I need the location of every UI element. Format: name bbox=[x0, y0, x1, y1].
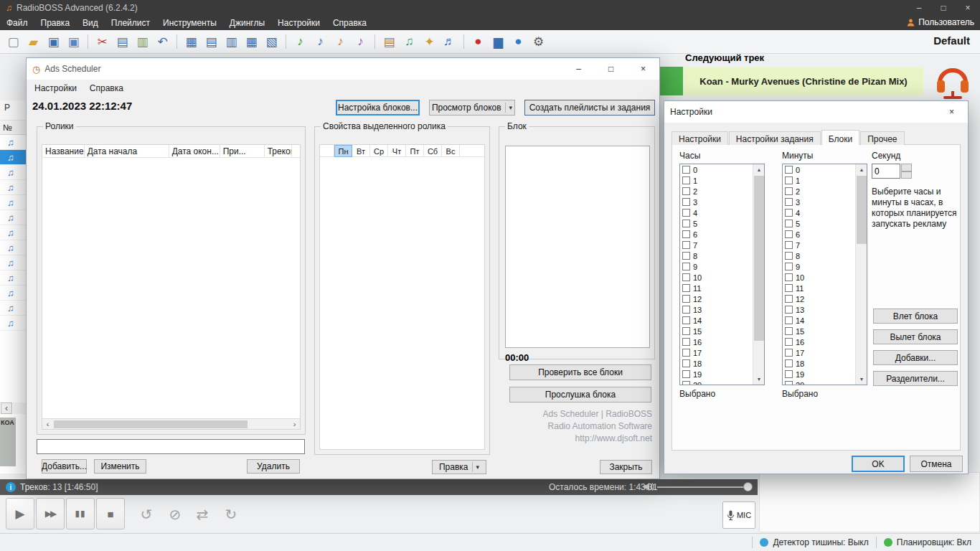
music-library-icon[interactable]: ♫ bbox=[400, 33, 418, 50]
minute-item[interactable]: 1 bbox=[783, 175, 854, 186]
minute-item[interactable]: 18 bbox=[783, 358, 854, 369]
block-contents-list[interactable] bbox=[505, 146, 650, 348]
shuffle-icon[interactable]: ⇄ bbox=[191, 504, 214, 525]
close-button[interactable]: × bbox=[956, 0, 980, 16]
ok-button[interactable]: OK bbox=[852, 456, 905, 472]
checkbox[interactable] bbox=[682, 252, 690, 260]
minimize-button[interactable]: – bbox=[907, 0, 931, 16]
checkbox[interactable] bbox=[785, 381, 793, 385]
checkbox[interactable] bbox=[785, 230, 793, 238]
ads-minimize-button[interactable]: – bbox=[562, 58, 595, 79]
edit-roller-button[interactable]: Изменить bbox=[94, 459, 146, 474]
ads-menu-item[interactable]: Справка bbox=[83, 80, 130, 96]
volume-slider-track[interactable] bbox=[657, 486, 749, 488]
close-dialog-button[interactable]: Закрыть bbox=[600, 460, 652, 474]
checkbox[interactable] bbox=[785, 295, 793, 303]
add-track-icon[interactable]: ♪ bbox=[291, 33, 309, 50]
hour-item[interactable]: 10 bbox=[680, 272, 752, 283]
minute-item[interactable]: 8 bbox=[783, 250, 854, 261]
checkbox[interactable] bbox=[785, 220, 793, 227]
hour-item[interactable]: 5 bbox=[680, 218, 752, 229]
view-columns-icon[interactable]: ▥ bbox=[222, 33, 240, 50]
minute-item[interactable]: 12 bbox=[783, 293, 854, 304]
checkbox[interactable] bbox=[785, 338, 793, 346]
minute-item[interactable]: 11 bbox=[783, 283, 854, 293]
roller-properties-grid[interactable]: ПнВтСрЧтПтСбВс bbox=[319, 144, 485, 450]
checkbox[interactable] bbox=[785, 241, 793, 249]
day-tab[interactable]: Сб bbox=[424, 145, 442, 157]
playlist-row[interactable]: ♫ bbox=[0, 210, 27, 225]
checkbox[interactable] bbox=[785, 187, 793, 195]
checkbox[interactable] bbox=[682, 295, 690, 303]
hours-listbox[interactable]: 0 1 2 bbox=[679, 164, 765, 385]
day-tab[interactable]: Вс bbox=[442, 145, 460, 157]
hour-item[interactable]: 17 bbox=[680, 347, 752, 358]
checkbox[interactable] bbox=[682, 273, 690, 281]
checkbox[interactable] bbox=[682, 241, 690, 249]
checkbox[interactable] bbox=[785, 306, 793, 314]
hour-item[interactable]: 14 bbox=[680, 315, 752, 326]
edit-menu-button[interactable]: Правка ▾ bbox=[432, 460, 486, 474]
view-list-icon[interactable]: ▤ bbox=[202, 33, 220, 50]
hour-item[interactable]: 2 bbox=[680, 186, 752, 197]
cast-icon[interactable]: ● bbox=[509, 33, 527, 50]
scroll-down-icon[interactable]: ▼ bbox=[856, 374, 867, 385]
hour-item[interactable]: 20 bbox=[680, 380, 752, 385]
checkbox[interactable] bbox=[682, 381, 690, 385]
record-icon[interactable]: ● bbox=[469, 33, 487, 50]
minute-item[interactable]: 2 bbox=[783, 186, 854, 197]
checkbox[interactable] bbox=[682, 198, 690, 206]
column-header[interactable]: При... bbox=[220, 145, 265, 157]
minute-item[interactable]: 0 bbox=[783, 164, 854, 175]
hour-item[interactable]: 16 bbox=[680, 336, 752, 347]
column-header[interactable]: Название bbox=[42, 145, 85, 157]
view-blocks-button[interactable]: Просмотр блоков ▾ bbox=[429, 100, 515, 116]
rollers-hscrollbar[interactable]: ‹ › bbox=[42, 418, 300, 429]
checkbox[interactable] bbox=[682, 176, 690, 184]
tab-settings[interactable]: Настройки bbox=[672, 131, 728, 145]
playlist-row[interactable]: ♫ bbox=[0, 270, 27, 286]
minute-item[interactable]: 20 bbox=[783, 380, 854, 385]
hour-item[interactable]: 19 bbox=[680, 369, 752, 380]
checkbox[interactable] bbox=[682, 306, 690, 314]
mic-button[interactable]: MIC bbox=[722, 501, 755, 529]
scrollbar-thumb[interactable] bbox=[754, 176, 764, 341]
maximize-button[interactable]: □ bbox=[931, 0, 956, 16]
checkbox[interactable] bbox=[785, 284, 793, 292]
minute-item[interactable]: 7 bbox=[783, 240, 854, 250]
spin-up-icon[interactable] bbox=[901, 164, 912, 171]
cut-icon[interactable]: ✂ bbox=[93, 33, 111, 50]
column-header[interactable]: Дата начала bbox=[85, 145, 169, 157]
checkbox[interactable] bbox=[785, 209, 793, 217]
save-playlist-icon[interactable]: ▣ bbox=[44, 33, 62, 50]
add-playlist-icon[interactable]: ♪ bbox=[311, 33, 329, 50]
checkbox[interactable] bbox=[682, 370, 690, 378]
menu-item[interactable]: Плейлист bbox=[105, 17, 156, 29]
playlist-row[interactable]: ♫ bbox=[0, 180, 27, 195]
menu-item[interactable]: Джинглы bbox=[223, 17, 271, 29]
checkbox[interactable] bbox=[785, 198, 793, 206]
create-playlists-button[interactable]: Создать плейлисты и задания bbox=[524, 100, 655, 116]
day-tab[interactable]: Вт bbox=[352, 145, 370, 157]
scroll-up-icon[interactable]: ▲ bbox=[753, 164, 765, 175]
playlist-scroll-left-button[interactable]: ‹ bbox=[1, 402, 12, 414]
ads-close-button[interactable]: × bbox=[627, 58, 659, 79]
playlist-row[interactable]: ♫ bbox=[0, 255, 27, 270]
stop-button[interactable]: ■ bbox=[96, 498, 125, 529]
block-settings-button[interactable]: Настройка блоков... bbox=[336, 100, 420, 116]
settings-close-button[interactable]: × bbox=[936, 101, 968, 122]
hour-item[interactable]: 1 bbox=[680, 175, 752, 186]
checkbox[interactable] bbox=[785, 176, 793, 184]
playlist-row[interactable]: ♫ bbox=[0, 135, 27, 150]
disable-icon[interactable]: ⊘ bbox=[164, 504, 187, 525]
roller-name-input[interactable] bbox=[37, 439, 305, 454]
checkbox[interactable] bbox=[682, 338, 690, 346]
playlist-row[interactable]: ♫ bbox=[0, 240, 27, 255]
menu-item[interactable]: Правка bbox=[34, 17, 77, 29]
settings-icon[interactable]: ⚙ bbox=[529, 33, 547, 50]
minute-item[interactable]: 16 bbox=[783, 336, 854, 347]
copy-icon[interactable]: ▤ bbox=[113, 33, 131, 50]
checkbox[interactable] bbox=[785, 252, 793, 260]
rollers-table[interactable]: НазваниеДата началаДата окон...При...Тре… bbox=[42, 144, 301, 430]
playlist-row[interactable]: ♫ bbox=[0, 316, 27, 331]
